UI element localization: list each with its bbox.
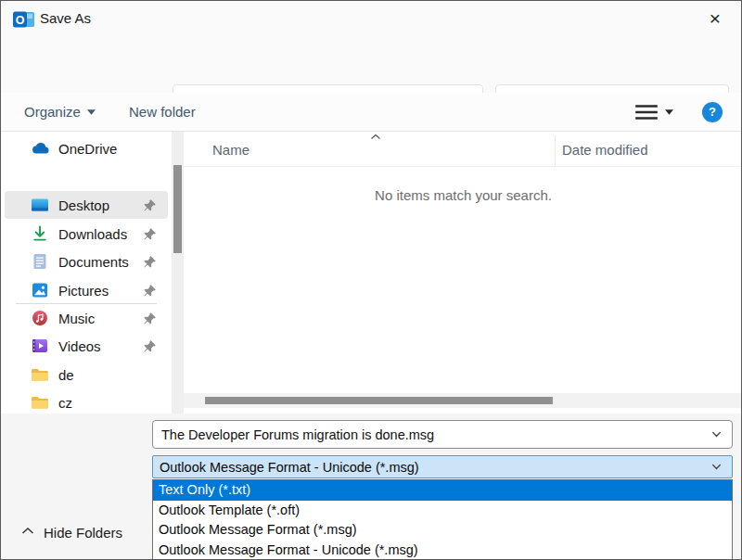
file-list-horizontal-scrollbar[interactable] <box>184 393 741 408</box>
folder-icon <box>31 365 49 384</box>
sidebar-item-desktop[interactable]: Desktop <box>5 191 168 219</box>
window-title: Save As <box>40 10 91 26</box>
dropdown-option-outlook-message-format-unicode[interactable]: Outlook Message Format - Unicode (*.msg) <box>153 541 732 560</box>
sidebar-item-label: cz <box>58 395 168 411</box>
horizontal-scrollbar-thumb[interactable] <box>205 397 553 404</box>
hide-folders-button[interactable]: Hide Folders <box>21 525 122 541</box>
view-options-caret-icon[interactable] <box>665 101 673 123</box>
file-list: Name Date modified No items match your s… <box>184 132 741 414</box>
dropdown-option-outlook-message-format[interactable]: Outlook Message Format (*.msg) <box>153 520 732 541</box>
pin-icon <box>143 198 157 212</box>
sidebar-item-downloads[interactable]: Downloads <box>5 220 168 248</box>
chevron-up-icon <box>21 527 34 540</box>
documents-icon <box>31 252 49 271</box>
onedrive-icon <box>31 139 49 158</box>
navigation-bar: ← → ↑ Desk... Resultant... <box>1 38 741 93</box>
new-folder-button[interactable]: New folder <box>129 93 196 131</box>
sidebar-item-label: Downloads <box>58 226 143 242</box>
svg-text:O: O <box>16 14 25 27</box>
sidebar-item-label: Videos <box>58 338 143 354</box>
new-folder-label: New folder <box>129 104 196 120</box>
column-divider <box>555 135 556 165</box>
folder-icon <box>31 393 49 412</box>
sidebar-item-music[interactable]: Music <box>5 304 168 332</box>
content-area: OneDrive Desktop <box>1 132 741 414</box>
save-as-dialog: O Save As × ← → ↑ Desk... <box>0 0 742 560</box>
column-header-name[interactable]: Name <box>212 142 249 158</box>
videos-icon <box>31 337 49 355</box>
dropdown-option-text-only[interactable]: Text Only (*.txt) <box>153 480 732 501</box>
view-list-icon[interactable] <box>633 101 659 123</box>
empty-list-message: No items match your search. <box>184 187 741 203</box>
downloads-icon <box>31 224 49 243</box>
save-as-type-dropdown: Text Only (*.txt) Outlook Template (*.of… <box>152 479 733 560</box>
sidebar-item-label: Pictures <box>58 283 143 299</box>
sidebar-item-label: Desktop <box>58 197 143 213</box>
hide-folders-label: Hide Folders <box>44 525 122 541</box>
pictures-icon <box>31 281 49 299</box>
file-name-input[interactable] <box>153 427 710 442</box>
organize-button[interactable]: Organize <box>24 93 96 131</box>
save-as-type-value: Outlook Message Format - Unicode (*.msg) <box>153 460 710 475</box>
sidebar-item-label: de <box>58 367 168 383</box>
file-name-field <box>152 420 733 449</box>
sidebar-item-videos[interactable]: Videos <box>5 332 168 360</box>
command-bar: Organize New folder ? <box>1 93 741 132</box>
sidebar-scrollbar[interactable] <box>172 132 184 414</box>
pin-icon <box>143 255 157 269</box>
bottom-panel: File name: Save as type: Outlook Message… <box>1 414 741 560</box>
sidebar-scrollbar-thumb[interactable] <box>173 165 182 253</box>
sidebar-item-documents[interactable]: Documents <box>5 248 168 275</box>
sidebar-item-de[interactable]: de <box>5 361 168 388</box>
pin-icon <box>143 339 157 353</box>
sidebar-item-label: Documents <box>58 254 143 270</box>
organize-caret-icon <box>87 109 96 115</box>
sidebar-item-pictures[interactable]: Pictures <box>5 276 168 304</box>
sort-ascending-icon <box>370 134 381 141</box>
header-divider <box>184 166 741 167</box>
pin-icon <box>143 227 157 241</box>
pin-icon <box>143 284 157 298</box>
organize-label: Organize <box>24 104 81 120</box>
titlebar: O Save As × <box>1 1 741 38</box>
music-icon <box>31 309 49 327</box>
save-as-type-chevron-icon[interactable] <box>710 461 723 474</box>
sidebar-item-onedrive[interactable]: OneDrive <box>5 134 168 162</box>
desktop-icon <box>31 196 49 214</box>
navigation-pane: OneDrive Desktop <box>1 132 172 414</box>
dropdown-option-outlook-template[interactable]: Outlook Template (*.oft) <box>153 501 732 521</box>
sidebar-item-cz[interactable]: cz <box>5 388 168 414</box>
sidebar-item-label: Music <box>58 311 143 326</box>
help-button[interactable]: ? <box>702 102 723 122</box>
sidebar-item-label: OneDrive <box>58 141 168 157</box>
column-header-date-modified[interactable]: Date modified <box>562 142 648 158</box>
file-name-dropdown-chevron-icon[interactable] <box>710 428 723 441</box>
pin-icon <box>143 312 157 325</box>
outlook-app-icon: O <box>13 10 35 29</box>
save-as-type-combobox[interactable]: Outlook Message Format - Unicode (*.msg) <box>152 455 733 478</box>
close-icon[interactable]: × <box>700 5 730 32</box>
